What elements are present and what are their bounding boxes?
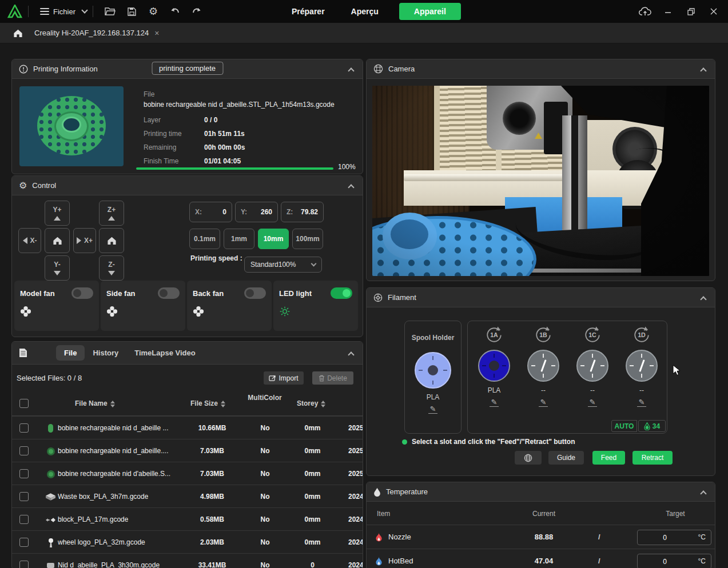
spool-holder-card[interactable]: Spool Holder PLA ✎ (404, 321, 462, 434)
hamburger-menu-icon[interactable] (40, 8, 49, 15)
collapse-chevron-icon[interactable] (348, 351, 354, 358)
camera-icon (373, 64, 383, 74)
feed-button[interactable]: Feed (592, 451, 625, 465)
hotbed-target-value[interactable] (638, 554, 692, 568)
col-storey[interactable]: Storey (297, 399, 325, 407)
edit-material-icon[interactable]: ✎ (428, 405, 437, 414)
led-bulb-icon (279, 306, 291, 317)
file-row[interactable]: bobine rechargeable nid d_abeille ...10.… (12, 416, 363, 439)
hotbed-label: HotBed (388, 557, 413, 565)
model-thumbnail (19, 86, 124, 166)
settings-gear-icon[interactable]: ⚙ (148, 6, 159, 17)
slot-1D[interactable]: 1D -- ✎ (617, 326, 666, 407)
jog-z-minus-button[interactable]: Z- (99, 255, 124, 281)
step-1mm-button[interactable]: 1mm (224, 229, 254, 249)
row-checkbox[interactable] (19, 423, 29, 433)
edit-material-icon[interactable]: ✎ (539, 398, 548, 407)
printing-speed-dropdown[interactable]: Standard100% (244, 257, 322, 273)
col-file-name[interactable]: File Name (75, 399, 115, 407)
slot-1B[interactable]: 1B -- ✎ (519, 326, 568, 407)
slot-1C[interactable]: 1C -- ✎ (568, 326, 617, 407)
slot-1A[interactable]: 1A PLA ✎ (470, 326, 519, 407)
retract-button[interactable]: Retract (632, 451, 673, 465)
close-button[interactable] (706, 4, 721, 19)
device-tab-label: Creality Hi-20AF_192.168.137.124 (34, 29, 149, 37)
nozzle-target-value[interactable] (638, 530, 692, 545)
save-icon[interactable] (126, 6, 137, 17)
divider (93, 6, 93, 17)
tab-file[interactable]: File (56, 345, 85, 361)
row-checkbox[interactable] (19, 538, 29, 547)
edit-material-icon[interactable]: ✎ (490, 398, 499, 407)
guide-button[interactable]: Guide (548, 451, 584, 465)
file-row[interactable]: bobine rechargeable nid d_abeille....7.0… (12, 439, 363, 462)
collapse-chevron-icon[interactable] (700, 490, 706, 497)
slot-1C-material: -- (568, 386, 617, 394)
row-checkbox[interactable] (19, 515, 29, 524)
row-checkbox[interactable] (19, 469, 29, 478)
print-status-badge: printing complete (152, 62, 223, 75)
file-row[interactable]: block_PLA_17m.gcode0.58MBNo0mm2024 (12, 507, 363, 530)
collapse-chevron-icon[interactable] (700, 67, 706, 74)
delete-button[interactable]: Delete (312, 371, 353, 385)
jog-z-plus-button[interactable]: Z+ (99, 201, 124, 226)
tab-close-icon[interactable]: × (154, 29, 159, 38)
printing-information-panel: Printing Information printing complete F… (11, 59, 363, 174)
select-all-checkbox[interactable] (19, 399, 29, 408)
temperature-header: Temperature (367, 482, 715, 502)
undo-icon[interactable] (169, 6, 181, 17)
device-tab[interactable]: Creality Hi-20AF_192.168.137.124 × (34, 29, 159, 38)
file-row[interactable]: Waste box_PLA_3h7m.gcode4.98MBNo0mm2024 (12, 485, 363, 507)
slot-1B-spool[interactable] (527, 350, 559, 382)
step-0-1mm-button[interactable]: 0.1mm (189, 229, 220, 249)
led-light-toggle[interactable] (331, 287, 352, 299)
hotbed-current-temp: 47.04 (510, 557, 578, 565)
hotbed-target-input[interactable]: °C (637, 554, 711, 568)
chevron-down-icon[interactable] (81, 7, 87, 13)
minimize-button[interactable] (661, 4, 675, 19)
fan-icon (106, 306, 118, 317)
jog-y-minus-button[interactable]: Y- (45, 255, 70, 281)
collapse-chevron-icon[interactable] (348, 67, 354, 74)
edit-material-icon[interactable]: ✎ (588, 398, 597, 407)
jog-x-minus-button[interactable]: X- (18, 228, 41, 253)
back-fan-toggle[interactable] (244, 287, 266, 299)
row-checkbox[interactable] (19, 561, 29, 568)
side-fan-toggle[interactable] (158, 287, 180, 299)
file-row[interactable]: bobine rechargeable nid d'abeille.S...7.… (12, 462, 363, 485)
home-xy-button[interactable] (45, 228, 70, 253)
tab-timelapse-video[interactable]: TimeLapse Video (126, 345, 203, 361)
slot-1D-spool[interactable] (626, 350, 658, 382)
redo-icon[interactable] (191, 6, 202, 17)
collapse-chevron-icon[interactable] (700, 296, 706, 302)
row-checkbox[interactable] (19, 492, 29, 501)
slot-1C-spool[interactable] (576, 350, 608, 382)
col-file-size[interactable]: File Size (190, 399, 225, 407)
language-globe-button[interactable] (515, 451, 542, 465)
open-folder-icon[interactable] (104, 6, 116, 17)
file-menu[interactable]: Fichier (53, 7, 75, 16)
import-button[interactable]: Import (264, 371, 304, 385)
files-panel: File History TimeLapse Video Selected Fi… (11, 341, 363, 568)
file-row[interactable]: wheel logo_PLA_32m.gcode2.03MBNo0mm2024 (12, 530, 363, 553)
file-row[interactable]: Nid d_abeille_PLA_3h30m.gcode33.41MBNo02… (12, 553, 363, 568)
tab-preparer[interactable]: Préparer (286, 3, 331, 19)
model-fan-toggle[interactable] (71, 287, 93, 299)
row-checkbox[interactable] (19, 446, 29, 455)
restore-button[interactable] (683, 4, 698, 19)
edit-material-icon[interactable]: ✎ (637, 398, 646, 407)
jog-x-plus-button[interactable]: X+ (73, 228, 96, 253)
tab-appareil[interactable]: Appareil (399, 3, 461, 20)
step-10mm-button[interactable]: 10mm (258, 229, 289, 249)
jog-y-plus-button[interactable]: Y+ (45, 201, 70, 226)
home-z-button[interactable] (99, 228, 124, 253)
tab-apercu[interactable]: Aperçu (345, 3, 384, 19)
step-100mm-button[interactable]: 100mm (292, 229, 323, 249)
home-icon[interactable] (11, 27, 24, 39)
tab-history[interactable]: History (85, 345, 126, 361)
cloud-upload-icon[interactable] (638, 4, 653, 19)
slot-1A-spool[interactable] (478, 350, 510, 382)
spool-holder-spool[interactable] (415, 352, 451, 389)
nozzle-target-input[interactable]: °C (637, 530, 711, 545)
collapse-chevron-icon[interactable] (348, 184, 354, 190)
